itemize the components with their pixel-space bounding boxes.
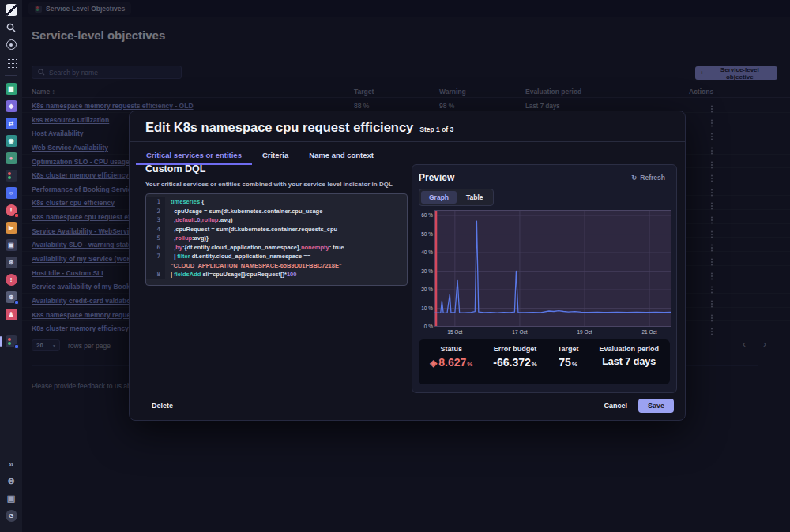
stat-value: ◈8.627% <box>430 356 472 369</box>
app-access[interactable]: ♟ <box>0 309 22 320</box>
app-dashboards[interactable]: ▦ <box>0 83 22 95</box>
preview-title: Preview <box>419 172 454 183</box>
line-number: 1 <box>146 197 165 207</box>
app-slo[interactable] <box>0 335 22 347</box>
y-tick-label: 0 % <box>419 324 433 329</box>
app-admin-icon: ⊛ <box>6 291 17 303</box>
app-launchpad-icon: ▶ <box>6 222 17 234</box>
stat-target: Target75% <box>558 345 579 379</box>
app-launchpad[interactable]: ▶ <box>0 222 22 234</box>
code-line: 6 ,by:{dt.entity.cloud_application_names… <box>146 243 407 253</box>
y-tick-label: 50 % <box>419 231 433 237</box>
chart-canvas <box>434 210 672 327</box>
line-number: 4 <box>146 225 165 234</box>
whats-new[interactable]: ▣ <box>0 493 22 504</box>
code-line: 7 | filter dt.entity.cloud_application_n… <box>146 252 407 261</box>
preview-panel: Preview ↻ Refresh GraphTable 0 %10 %20 %… <box>412 164 677 393</box>
dynatrace-logo-icon <box>6 4 17 16</box>
modal-header-divider <box>130 141 685 142</box>
app-workflows-icon: ⇄ <box>6 118 17 129</box>
davis-ai[interactable] <box>0 39 22 51</box>
refresh-button[interactable]: ↻ Refresh <box>626 173 670 182</box>
view-graph-button[interactable]: Graph <box>421 191 457 204</box>
x-tick-label: 21 Oct <box>639 329 660 335</box>
line-number: 6 <box>146 243 165 253</box>
stat-status: Status◈8.627% <box>430 345 472 379</box>
y-tick-label: 20 % <box>419 287 433 292</box>
x-tick-label: 15 Oct <box>445 329 465 335</box>
app-admin[interactable]: ⊛ <box>0 291 22 303</box>
modal-title: Edit K8s namespace cpu request efficienc… <box>145 120 413 135</box>
app-settings-icon: ⊛ <box>6 257 17 268</box>
green-light <box>8 342 11 345</box>
expand-sidebar-icon: » <box>6 458 17 470</box>
code-line: 4 ,cpuRequest = sum(dt.kubernetes.contai… <box>146 225 407 234</box>
view-table-button[interactable]: Table <box>458 191 491 204</box>
app-settings[interactable]: ⊛ <box>0 257 22 268</box>
badge <box>14 300 19 305</box>
code-text: timeseries { <box>165 197 407 207</box>
stat-value: -66.372% <box>493 356 537 369</box>
stat-value: 75% <box>559 356 577 369</box>
app-kubernetes[interactable]: ◆ <box>0 100 22 112</box>
edit-slo-modal: Edit K8s namespace cpu request efficienc… <box>129 111 686 421</box>
stat-value: Last 7 days <box>602 356 656 367</box>
slo-stats-strip: Status◈8.627%Error budget-66.372%Target7… <box>419 339 670 384</box>
code-text: cpuUsage = sum(dt.kubernetes.container.c… <box>165 207 407 216</box>
step-indicator: Step 1 of 3 <box>419 126 453 133</box>
app-slo-classic[interactable] <box>0 170 22 182</box>
help-icon: ⊗ <box>6 475 17 487</box>
app-access-icon: ♟ <box>6 309 17 320</box>
app-launcher[interactable] <box>0 56 22 68</box>
y-tick-label: 30 % <box>419 268 433 274</box>
code-text: | filter dt.entity.cloud_application_nam… <box>165 252 407 261</box>
x-tick-label: 17 Oct <box>510 329 530 335</box>
app-slo-classic-icon <box>6 170 17 182</box>
cancel-button[interactable]: Cancel <box>597 399 634 413</box>
preview-chart: 0 %10 %20 %30 %40 %50 %60 %15 Oct17 Oct1… <box>419 210 672 338</box>
section-title: Custom DQL <box>145 163 205 174</box>
code-line: 1timeseries { <box>146 197 407 207</box>
stat-evaluation-period: Evaluation periodLast 7 days <box>599 345 659 379</box>
app-infrastructure[interactable]: ● <box>0 152 22 164</box>
app-slo-icon <box>6 335 17 347</box>
line-number: 3 <box>146 215 165 225</box>
delete-button[interactable]: Delete <box>145 399 179 413</box>
y-tick-label: 40 % <box>419 249 433 255</box>
app-automation[interactable]: ▣ <box>0 239 22 251</box>
app-incidents[interactable]: ! <box>0 274 22 286</box>
app-services[interactable]: ◉ <box>0 135 22 147</box>
dql-editor[interactable]: 1timeseries {2 cpuUsage = sum(dt.kuberne… <box>145 193 408 286</box>
badge <box>14 213 19 218</box>
y-tick-label: 10 % <box>419 305 433 311</box>
code-line: 2 cpuUsage = sum(dt.kubernetes.container… <box>146 207 407 216</box>
app-services-icon: ◉ <box>6 135 17 147</box>
y-tick-label: 60 % <box>419 212 433 218</box>
sidebar-divider <box>5 75 17 76</box>
dynatrace-logo[interactable] <box>0 4 22 16</box>
user-avatar[interactable]: G <box>0 510 22 522</box>
stat-label: Evaluation period <box>599 345 659 353</box>
line-number: 2 <box>146 207 165 216</box>
status-breached-icon: ◈ <box>430 358 437 369</box>
save-button[interactable]: Save <box>638 399 674 413</box>
code-line: "CLOUD_APPLICATION_NAMESPACE-65B9D01FBBC… <box>146 261 407 271</box>
app-problems-icon: ! <box>6 204 17 216</box>
app-workflows[interactable]: ⇄ <box>0 118 22 129</box>
line-number: 5 <box>146 234 165 243</box>
code-line: 3 ,default:0,rollup:avg) <box>146 215 407 225</box>
x-tick-label: 19 Oct <box>574 329 595 335</box>
user-avatar-icon: G <box>6 510 17 522</box>
tab-name-and-context[interactable]: Name and context <box>299 146 384 165</box>
app-window: ▦◆⇄◉●○!▶▣⊛!⊛♟»⊗▣G Service-Level Objectiv… <box>0 0 790 532</box>
active-indicator <box>0 336 2 347</box>
app-problems[interactable]: ! <box>0 204 22 216</box>
global-search[interactable] <box>0 21 22 33</box>
tab-criteria[interactable]: Criteria <box>252 146 299 165</box>
line-number: 7 <box>146 252 165 261</box>
help[interactable]: ⊗ <box>0 475 22 487</box>
app-distributed-tracing[interactable]: ○ <box>0 187 22 199</box>
code-text: | fieldsAdd sli=cpuUsage[]/cpuRequest[]*… <box>165 270 407 279</box>
expand-sidebar[interactable]: » <box>0 458 22 470</box>
tab-critical-services-or-entities[interactable]: Critical services or entities <box>136 146 252 165</box>
